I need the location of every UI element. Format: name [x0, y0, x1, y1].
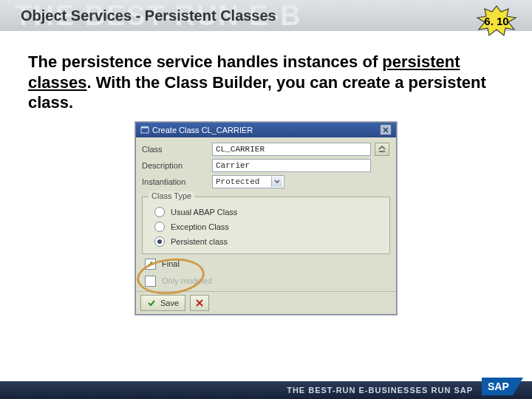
- only-modeled-checkbox[interactable]: [145, 276, 156, 287]
- instantiation-value: Protected: [216, 177, 259, 186]
- dialog-titlebar: Create Class CL_CARRIER: [136, 123, 396, 137]
- dialog-title-text: Create Class CL_CARRIER: [152, 126, 253, 134]
- value-help-icon: [378, 146, 386, 153]
- class-type-panel-title: Class Type: [149, 191, 194, 200]
- radio-persistent-class-label: Persistent class: [171, 237, 228, 246]
- save-button-label: Save: [160, 299, 179, 307]
- svg-rect-1: [141, 128, 149, 133]
- close-icon[interactable]: [380, 124, 392, 135]
- svg-text:SAP: SAP: [488, 381, 509, 392]
- value-help-button[interactable]: [375, 143, 389, 156]
- instantiation-dropdown[interactable]: Protected: [212, 175, 284, 188]
- body-part2: . With the Class Builder, you can create…: [28, 73, 486, 112]
- radio-exception-class[interactable]: [154, 222, 165, 232]
- footer-text: THE BEST-RUN E-BUSINESSES RUN SAP: [287, 386, 473, 395]
- svg-rect-2: [141, 126, 149, 128]
- slide-footer: THE BEST-RUN E-BUSINESSES RUN SAP: [0, 381, 532, 399]
- description-input[interactable]: Carrier: [212, 159, 371, 172]
- dialog-buttonbar: Save: [136, 291, 396, 314]
- class-label: Class: [142, 145, 212, 154]
- class-input[interactable]: CL_CARRIER: [212, 143, 371, 156]
- radio-persistent-class[interactable]: [154, 236, 165, 247]
- slide-header: THE BEST-RUN E-B Object Services - Persi…: [0, 0, 532, 31]
- chevron-down-icon: [271, 177, 282, 187]
- slide-title: Object Services - Persistent Classes: [21, 7, 276, 24]
- radio-usual-abap-label: Usual ABAP Class: [171, 208, 237, 216]
- only-modeled-label: Only modeled: [162, 276, 212, 285]
- radio-exception-class-label: Exception Class: [171, 222, 229, 231]
- dialog-icon: [140, 126, 149, 134]
- cancel-button[interactable]: [190, 295, 209, 311]
- save-button[interactable]: Save: [140, 295, 185, 311]
- radio-usual-abap[interactable]: [154, 207, 165, 217]
- description-label: Description: [142, 161, 212, 170]
- final-label: Final: [162, 259, 180, 268]
- instantiation-label: Instantiation: [142, 177, 212, 186]
- cancel-icon: [195, 299, 204, 307]
- sap-logo: SAP: [480, 375, 525, 398]
- create-class-dialog: Create Class CL_CARRIER Class CL_CARRIER: [135, 122, 397, 315]
- slide-number-badge: 6. 10: [474, 4, 519, 37]
- final-checkbox[interactable]: ✓: [145, 259, 156, 270]
- slide-body-text: The persistence service handles instance…: [28, 52, 507, 113]
- body-part1: The persistence service handles instance…: [28, 52, 382, 71]
- check-icon: [147, 299, 156, 307]
- slide-number: 6. 10: [484, 15, 508, 27]
- class-type-panel: Class Type Usual ABAP Class Exception Cl…: [142, 197, 390, 254]
